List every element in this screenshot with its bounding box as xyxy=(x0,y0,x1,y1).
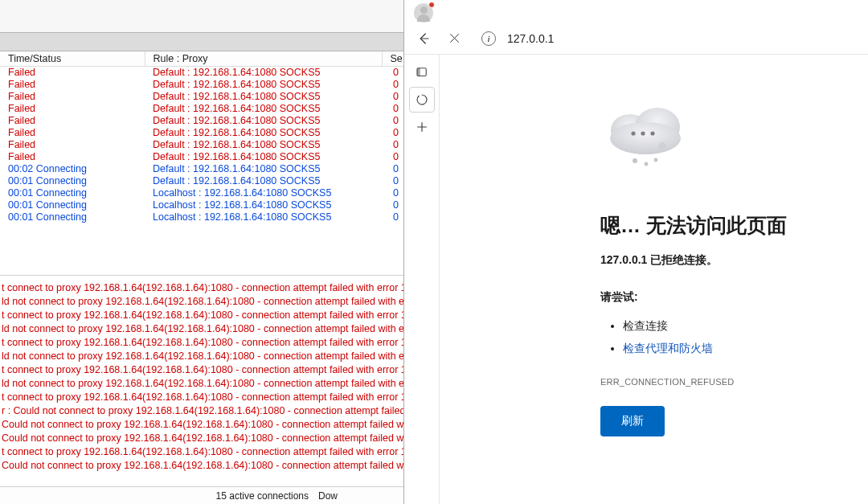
cell-rule-proxy: Default : 192.168.1.64:1080 SOCKS5 xyxy=(145,79,382,91)
error-title: 嗯… 无法访问此页面 xyxy=(600,212,836,239)
svg-point-2 xyxy=(418,96,419,96)
cell-se: 0 xyxy=(382,187,403,199)
table-row[interactable]: FailedDefault : 192.168.1.64:1080 SOCKS5… xyxy=(0,151,403,163)
vertical-tab-strip xyxy=(404,55,440,504)
cell-time-status: Failed xyxy=(0,103,145,115)
cell-rule-proxy: Default : 192.168.1.64:1080 SOCKS5 xyxy=(145,139,382,151)
suggestion-check-connection: 检查连接 xyxy=(623,319,668,332)
cell-rule-proxy: Default : 192.168.1.64:1080 SOCKS5 xyxy=(145,175,382,187)
plus-icon xyxy=(416,121,428,133)
table-row[interactable]: FailedDefault : 192.168.1.64:1080 SOCKS5… xyxy=(0,139,403,151)
error-code: ERR_CONNECTION_REFUSED xyxy=(600,377,836,387)
error-subtitle: 127.0.0.1 已拒绝连接。 xyxy=(600,253,836,268)
status-bar: 15 active connections Dow xyxy=(0,486,403,504)
table-row[interactable]: 00:01 ConnectingLocalhost : 192.168.1.64… xyxy=(0,199,403,211)
log-line: t connect to proxy 192.168.1.64(192.168.… xyxy=(0,363,403,377)
cell-se: 0 xyxy=(382,163,403,175)
cell-se: 0 xyxy=(382,175,403,187)
list-item: 检查连接 xyxy=(623,314,836,337)
cell-rule-proxy: Localhost : 192.168.1.64:1080 SOCKS5 xyxy=(145,199,382,211)
new-tab-button[interactable] xyxy=(409,114,435,140)
cell-time-status: 00:01 Connecting xyxy=(0,199,145,211)
col-rule-proxy[interactable]: Rule : Proxy xyxy=(145,51,382,67)
cell-rule-proxy: Default : 192.168.1.64:1080 SOCKS5 xyxy=(145,163,382,175)
log-line: t connect to proxy 192.168.1.64(192.168.… xyxy=(0,445,403,459)
arrow-left-icon xyxy=(416,31,431,46)
profile-row xyxy=(404,0,868,23)
col-time-status[interactable]: Time/Status xyxy=(0,51,145,67)
cell-rule-proxy: Localhost : 192.168.1.64:1080 SOCKS5 xyxy=(145,211,382,223)
current-tab[interactable] xyxy=(409,87,435,113)
status-active-connections: 15 active connections xyxy=(5,490,318,502)
cell-rule-proxy: Default : 192.168.1.64:1080 SOCKS5 xyxy=(145,127,382,139)
cell-rule-proxy: Default : 192.168.1.64:1080 SOCKS5 xyxy=(145,103,382,115)
window-toolbar xyxy=(0,32,403,51)
table-row[interactable]: FailedDefault : 192.168.1.64:1080 SOCKS5… xyxy=(0,115,403,127)
table-row[interactable]: 00:01 ConnectingLocalhost : 192.168.1.64… xyxy=(0,211,403,223)
back-button[interactable] xyxy=(409,26,438,51)
profile-avatar[interactable] xyxy=(414,3,433,23)
browser-pane: i 127.0.0.1 xyxy=(404,0,868,504)
notification-dot-icon xyxy=(428,2,435,8)
table-row[interactable]: FailedDefault : 192.168.1.64:1080 SOCKS5… xyxy=(0,79,403,91)
site-info-icon[interactable]: i xyxy=(481,31,496,46)
cell-se: 0 xyxy=(382,79,403,91)
connections-table: Time/Status Rule : Proxy Se FailedDefaul… xyxy=(0,51,403,223)
try-label: 请尝试: xyxy=(600,290,836,305)
cell-time-status: 00:01 Connecting xyxy=(0,211,145,223)
log-line: ld not connect to proxy 192.168.1.64(192… xyxy=(0,322,403,336)
cell-time-status: Failed xyxy=(0,151,145,163)
col-se[interactable]: Se xyxy=(382,51,403,67)
cell-se: 0 xyxy=(382,199,403,211)
log-line: r : Could not connect to proxy 192.168.1… xyxy=(0,404,403,418)
cell-rule-proxy: Localhost : 192.168.1.64:1080 SOCKS5 xyxy=(145,187,382,199)
cell-se: 0 xyxy=(382,139,403,151)
log-line: t connect to proxy 192.168.1.64(192.168.… xyxy=(0,281,403,295)
log-line: ld not connect to proxy 192.168.1.64(192… xyxy=(0,350,403,363)
table-row[interactable]: 00:02 ConnectingDefault : 192.168.1.64:1… xyxy=(0,163,403,175)
suggestion-check-proxy-link[interactable]: 检查代理和防火墙 xyxy=(623,342,713,354)
table-row[interactable]: FailedDefault : 192.168.1.64:1080 SOCKS5… xyxy=(0,67,403,80)
error-cloud-icon xyxy=(601,100,690,172)
cell-time-status: 00:01 Connecting xyxy=(0,187,145,199)
close-icon xyxy=(448,32,461,44)
proxy-app-pane: Time/Status Rule : Proxy Se FailedDefaul… xyxy=(0,0,404,504)
svg-point-7 xyxy=(641,131,645,135)
svg-point-6 xyxy=(631,131,635,135)
table-row[interactable]: 00:01 ConnectingDefault : 192.168.1.64:1… xyxy=(0,175,403,187)
tab-actions-button[interactable] xyxy=(409,59,435,85)
log-line: t connect to proxy 192.168.1.64(192.168.… xyxy=(0,391,403,404)
cell-time-status: 00:02 Connecting xyxy=(0,163,145,175)
svg-point-5 xyxy=(610,122,681,154)
browser-toolbar: i 127.0.0.1 xyxy=(404,23,868,55)
cell-time-status: Failed xyxy=(0,127,145,139)
table-row[interactable]: FailedDefault : 192.168.1.64:1080 SOCKS5… xyxy=(0,103,403,115)
cell-se: 0 xyxy=(382,151,403,163)
status-download: Dow xyxy=(318,490,338,502)
cell-time-status: Failed xyxy=(0,139,145,151)
cell-rule-proxy: Default : 192.168.1.64:1080 SOCKS5 xyxy=(145,67,382,80)
table-row[interactable]: FailedDefault : 192.168.1.64:1080 SOCKS5… xyxy=(0,127,403,139)
svg-point-11 xyxy=(644,162,648,166)
svg-point-8 xyxy=(650,131,654,135)
loading-icon xyxy=(416,93,428,106)
table-header-row: Time/Status Rule : Proxy Se xyxy=(0,51,403,67)
cell-se: 0 xyxy=(382,115,403,127)
cell-time-status: Failed xyxy=(0,91,145,103)
stop-button[interactable] xyxy=(440,26,469,51)
svg-point-10 xyxy=(633,158,637,163)
table-row[interactable]: FailedDefault : 192.168.1.64:1080 SOCKS5… xyxy=(0,91,403,103)
log-line: ld not connect to proxy 192.168.1.64(192… xyxy=(0,377,403,391)
cell-time-status: 00:01 Connecting xyxy=(0,175,145,187)
log-line: Could not connect to proxy 192.168.1.64(… xyxy=(0,432,403,445)
page-content: 嗯… 无法访问此页面 127.0.0.1 已拒绝连接。 请尝试: 检查连接 检查… xyxy=(440,55,868,504)
log-line: t connect to proxy 192.168.1.64(192.168.… xyxy=(0,309,403,322)
cell-time-status: Failed xyxy=(0,115,145,127)
cell-se: 0 xyxy=(382,127,403,139)
refresh-button[interactable]: 刷新 xyxy=(600,406,665,436)
cell-se: 0 xyxy=(382,67,403,80)
svg-point-12 xyxy=(653,158,657,162)
address-bar[interactable]: 127.0.0.1 xyxy=(506,27,862,50)
cell-se: 0 xyxy=(382,103,403,115)
table-row[interactable]: 00:01 ConnectingLocalhost : 192.168.1.64… xyxy=(0,187,403,199)
